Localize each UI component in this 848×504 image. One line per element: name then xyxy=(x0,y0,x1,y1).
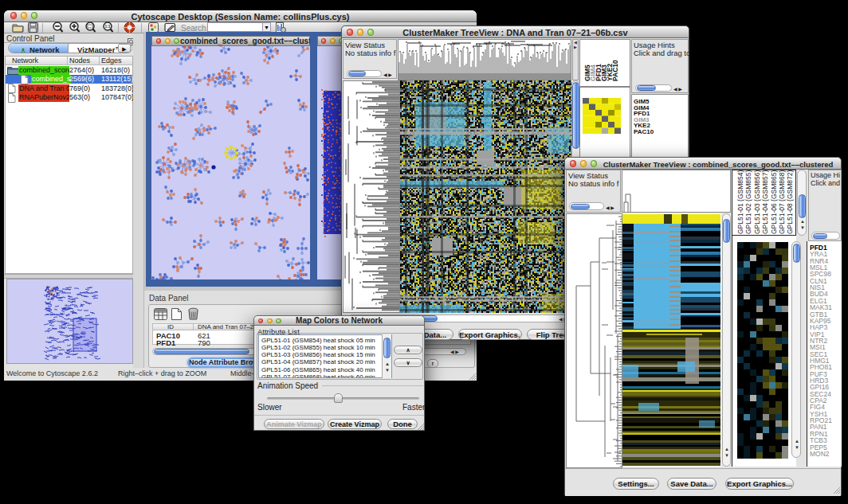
svg-text:1:1: 1:1 xyxy=(104,24,110,29)
